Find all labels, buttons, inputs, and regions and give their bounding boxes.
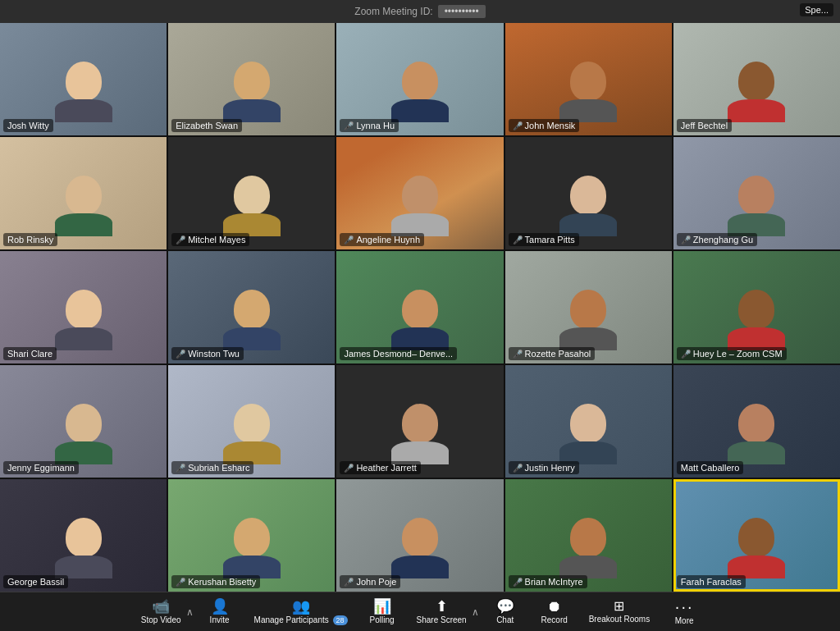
participant-name: 🎤 Justin Henry bbox=[509, 461, 579, 474]
polling-button[interactable]: 📊 Polling bbox=[358, 596, 407, 628]
more-icon: ··· bbox=[675, 598, 694, 615]
participant-tile[interactable]: Matt Caballero bbox=[673, 365, 840, 478]
participant-tile[interactable]: 🎤 Lynna Hu bbox=[336, 23, 503, 135]
participant-name: Matt Caballero bbox=[677, 461, 744, 474]
video-grid: Josh Witty Elizabeth Swan 🎤 Lynna Hu bbox=[0, 23, 840, 592]
participant-tile[interactable]: George Bassil bbox=[0, 479, 167, 592]
participant-name: Jeff Bechtel bbox=[677, 119, 732, 132]
invite-button[interactable]: 👤 Invite bbox=[195, 596, 244, 628]
manage-participants-icon: 👥 bbox=[292, 599, 310, 614]
stop-video-chevron[interactable]: ∧ bbox=[185, 603, 195, 621]
participant-tile[interactable]: Elizabeth Swan bbox=[168, 23, 335, 135]
participant-tile[interactable]: Jeff Bechtel bbox=[673, 23, 840, 135]
participant-tile[interactable]: 🎤 John Poje bbox=[336, 479, 503, 592]
participant-tile[interactable]: 🎤 Mitchel Mayes bbox=[168, 137, 335, 249]
participant-name: 🎤 Subriah Esharc bbox=[171, 461, 253, 474]
participant-name: Jenny Eggimann bbox=[3, 461, 79, 474]
participant-tile[interactable]: 🎤 Tamara Pitts bbox=[505, 137, 672, 249]
share-screen-chevron[interactable]: ∧ bbox=[470, 603, 481, 621]
participant-name: 🎤 Heather Jarrett bbox=[340, 461, 420, 474]
participant-name: 🎤 Tamara Pitts bbox=[509, 233, 579, 246]
participant-tile[interactable]: Jenny Eggimann bbox=[0, 365, 167, 478]
participant-name: Rob Rinsky bbox=[3, 233, 57, 246]
stop-video-icon: 📹 bbox=[152, 599, 170, 614]
share-screen-label: Share Screen bbox=[417, 615, 467, 624]
more-label: More bbox=[675, 616, 694, 625]
participant-name: 🎤 Angeline Huynh bbox=[340, 233, 424, 246]
participant-name: 🎤 Mitchel Mayes bbox=[171, 233, 249, 246]
stop-video-label: Stop Video bbox=[141, 615, 181, 624]
invite-icon: 👤 bbox=[211, 599, 229, 614]
meeting-id-label: Zoom Meeting ID: bbox=[354, 6, 432, 17]
participant-name: Josh Witty bbox=[3, 119, 53, 132]
participant-tile[interactable]: 🎤 Kerushan Bisetty bbox=[168, 479, 335, 592]
participant-name: Farah Faraclas bbox=[677, 575, 746, 588]
participant-name: James Desmond– Denve... bbox=[340, 347, 457, 360]
polling-label: Polling bbox=[370, 615, 395, 624]
more-button[interactable]: ··· More bbox=[660, 595, 709, 629]
participant-tile[interactable]: Rob Rinsky bbox=[0, 137, 167, 249]
breakout-rooms-icon: ⊞ bbox=[614, 600, 624, 613]
participant-tile[interactable]: 🎤 Subriah Esharc bbox=[168, 365, 335, 478]
chat-label: Chat bbox=[496, 615, 514, 624]
meeting-id-value: •••••••••• bbox=[438, 5, 486, 18]
participant-name: 🎤 Rozette Pasahol bbox=[509, 347, 596, 360]
chat-icon: 💬 bbox=[496, 599, 514, 614]
polling-icon: 📊 bbox=[373, 599, 391, 614]
participant-tile[interactable]: 🎤 Huey Le – Zoom CSM bbox=[673, 251, 840, 364]
participant-name: 🎤 Huey Le – Zoom CSM bbox=[677, 347, 787, 360]
participant-name: 🎤 Winston Twu bbox=[171, 347, 244, 360]
toolbar: 📹 Stop Video ∧ 👤 Invite 👥 Manage Partici… bbox=[0, 592, 840, 631]
breakout-rooms-button[interactable]: ⊞ Breakout Rooms bbox=[579, 597, 660, 627]
participant-name: 🎤 Kerushan Bisetty bbox=[171, 575, 260, 588]
participant-tile[interactable]: 🎤 Brian McIntyre bbox=[505, 479, 672, 592]
breakout-rooms-label: Breakout Rooms bbox=[589, 615, 650, 624]
share-screen-icon: ⬆ bbox=[436, 599, 448, 614]
participant-tile[interactable]: Josh Witty bbox=[0, 23, 167, 135]
participant-count: 28 bbox=[333, 615, 348, 625]
participant-tile[interactable]: Farah Faraclas bbox=[673, 479, 840, 592]
participant-tile[interactable]: 🎤 Angeline Huynh bbox=[336, 137, 503, 249]
speaker-badge: Spe... bbox=[800, 3, 833, 16]
participant-tile[interactable]: Shari Clare bbox=[0, 251, 167, 364]
participant-tile[interactable]: James Desmond– Denve... bbox=[336, 251, 503, 364]
participant-name: George Bassil bbox=[3, 575, 68, 588]
record-button[interactable]: ⏺ Record bbox=[530, 596, 579, 628]
participant-name: 🎤 Zhenghang Gu bbox=[677, 233, 757, 246]
participant-tile[interactable]: 🎤 Rozette Pasahol bbox=[505, 251, 672, 364]
participant-name: Elizabeth Swan bbox=[171, 119, 242, 132]
record-icon: ⏺ bbox=[547, 599, 562, 614]
participant-name: Shari Clare bbox=[3, 347, 57, 360]
participant-tile[interactable]: 🎤 Heather Jarrett bbox=[336, 365, 503, 478]
invite-label: Invite bbox=[210, 615, 230, 624]
participant-name: 🎤 Lynna Hu bbox=[340, 119, 399, 132]
participant-name: 🎤 Brian McIntyre bbox=[509, 575, 587, 588]
participant-tile[interactable]: 🎤 Justin Henry bbox=[505, 365, 672, 478]
participant-name: 🎤 John Poje bbox=[340, 575, 400, 588]
participant-tile[interactable]: 🎤 John Mensik bbox=[505, 23, 672, 135]
chat-button[interactable]: 💬 Chat bbox=[481, 596, 530, 628]
participant-tile[interactable]: 🎤 Winston Twu bbox=[168, 251, 335, 364]
top-bar: Zoom Meeting ID: •••••••••• Spe... bbox=[0, 0, 840, 23]
manage-participants-label: Manage Participants 28 bbox=[254, 615, 348, 624]
participant-name: 🎤 John Mensik bbox=[509, 119, 580, 132]
manage-participants-button[interactable]: 👥 Manage Participants 28 bbox=[244, 596, 358, 628]
share-screen-button[interactable]: ⬆ Share Screen bbox=[407, 596, 477, 628]
stop-video-button[interactable]: 📹 Stop Video bbox=[131, 596, 191, 628]
participant-tile[interactable]: 🎤 Zhenghang Gu bbox=[673, 137, 840, 249]
record-label: Record bbox=[541, 615, 568, 624]
